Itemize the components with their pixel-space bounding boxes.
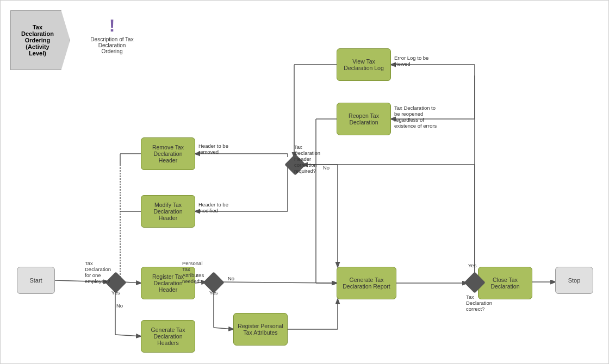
generate-headers-box[interactable]: Generate Tax Declaration Headers bbox=[141, 320, 195, 353]
label-tax-correct: TaxDeclarationcorrect? bbox=[466, 294, 492, 312]
label-correction: TaxDeclarationHeadercorrectionrequired? bbox=[294, 144, 320, 174]
label-reopen: Tax Declaration tobe reopenedregardless … bbox=[394, 105, 437, 129]
connectors-svg bbox=[1, 1, 609, 364]
stop-box: Stop bbox=[555, 267, 593, 294]
label-header-remove: Header to beremoved bbox=[198, 143, 228, 155]
label-header-modify: Header to bemodified bbox=[198, 202, 228, 214]
label-error-log: Error Log to beviewed bbox=[394, 55, 428, 67]
label-no1: No bbox=[116, 303, 123, 309]
label-personal-needed: PersonalTaxAttributesneeded? bbox=[182, 260, 204, 284]
view-log-box[interactable]: View Tax Declaration Log bbox=[337, 48, 391, 81]
description-label: Description of Tax Declaration Ordering bbox=[88, 36, 136, 54]
label-yes1: Yes bbox=[111, 290, 120, 296]
svg-line-3 bbox=[115, 335, 141, 336]
diagram-container: Tax Declaration Ordering(Activity Level)… bbox=[0, 0, 609, 364]
activity-label: Tax Declaration Ordering(Activity Level) bbox=[10, 10, 70, 70]
label-yes4: Yes bbox=[468, 262, 477, 268]
label-no2: No bbox=[228, 275, 234, 281]
description-icon-area: ! Description of Tax Declaration Orderin… bbox=[88, 17, 136, 54]
label-one-employee: TaxDeclarationfor oneemployee? bbox=[85, 260, 111, 284]
activity-label-text: Tax Declaration Ordering(Activity Level) bbox=[16, 24, 59, 57]
svg-line-7 bbox=[214, 328, 233, 329]
remove-header-box[interactable]: Remove Tax Declaration Header bbox=[141, 137, 195, 170]
exclamation-icon: ! bbox=[109, 17, 115, 34]
svg-line-5 bbox=[221, 282, 337, 283]
label-yes2: Yes bbox=[209, 290, 218, 296]
modify-header-box[interactable]: Modify Tax Declaration Header bbox=[141, 195, 195, 228]
register-personal-box[interactable]: Register Personal Tax Attributes bbox=[233, 313, 288, 346]
label-no3: No bbox=[323, 165, 330, 171]
reopen-box[interactable]: Reopen Tax Declaration bbox=[337, 103, 391, 135]
generate-report-box[interactable]: Generate Tax Declaration Report bbox=[337, 267, 396, 299]
start-box: Start bbox=[17, 267, 55, 294]
